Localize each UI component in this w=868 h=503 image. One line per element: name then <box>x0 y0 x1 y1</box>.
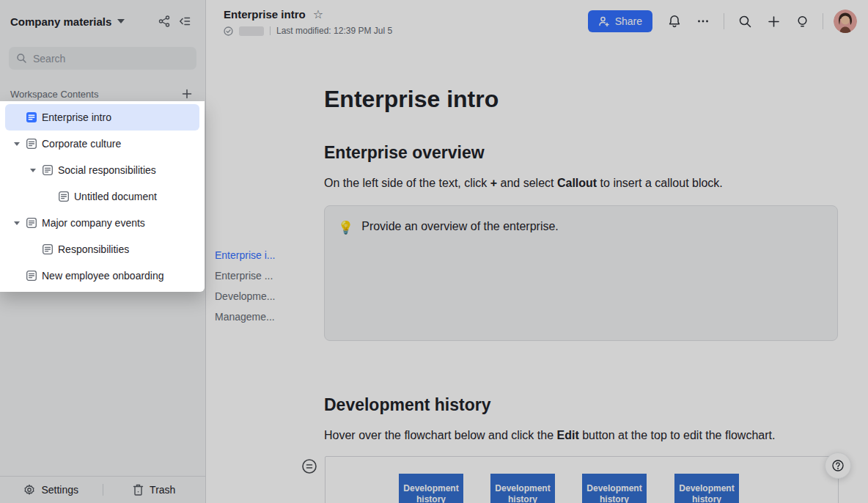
sidebar-item-major-company-events[interactable]: Major company events <box>5 210 199 236</box>
sidebar-item-new-employee-onboarding[interactable]: New employee onboarding <box>5 262 199 289</box>
sidebar-item-responsibilities[interactable]: Responsibilities <box>5 236 199 262</box>
doc-icon <box>56 191 71 202</box>
tree-label: Corporate culture <box>42 138 121 150</box>
app-window: Company materials <box>0 0 868 503</box>
sidebar-item-corporate-culture[interactable]: Corporate culture <box>5 131 199 157</box>
expand-caret-icon[interactable] <box>26 169 40 172</box>
tree-label: Responsibilities <box>58 243 129 255</box>
sidebar-item-social-responsibilities[interactable]: Social responsibilities <box>5 157 199 183</box>
tree-label: Enterprise intro <box>42 111 111 123</box>
tree-label: Untitled document <box>74 191 157 202</box>
workspace-tree-spotlight: Enterprise intro Corporate culture S <box>0 101 205 292</box>
sidebar-item-enterprise-intro[interactable]: Enterprise intro <box>5 104 199 131</box>
doc-icon-filled <box>24 111 39 123</box>
tree-label: Major company events <box>42 217 145 229</box>
expand-caret-icon[interactable] <box>10 142 24 146</box>
doc-icon <box>24 138 39 150</box>
doc-icon <box>24 270 39 282</box>
doc-icon <box>40 243 55 255</box>
tree-label: Social responsibilities <box>58 164 156 176</box>
tree-label: New employee onboarding <box>42 270 164 282</box>
doc-icon <box>40 164 55 176</box>
sidebar-item-untitled-document[interactable]: Untitled document <box>5 183 199 210</box>
doc-icon <box>24 217 39 229</box>
expand-caret-icon[interactable] <box>10 221 24 225</box>
